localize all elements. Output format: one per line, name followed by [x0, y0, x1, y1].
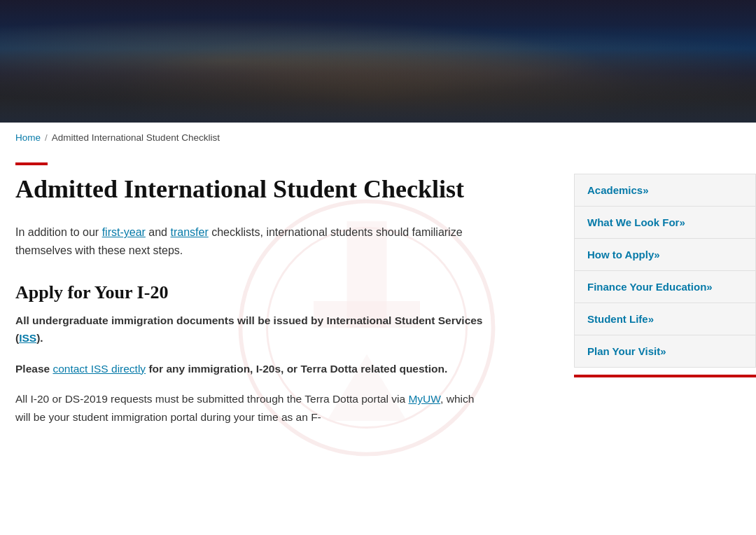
sidebar-item-student-life[interactable]: Student Life»	[575, 303, 755, 335]
page-wrapper: Admitted International Student Checklist…	[0, 153, 756, 466]
section1-paragraph1: All undergraduate immigration documents …	[15, 312, 491, 347]
sidebar-item-how-to-apply[interactable]: How to Apply»	[575, 239, 755, 271]
p2-suffix: for any immigration, I-20s, or Terra Dot…	[146, 363, 447, 375]
main-content: Admitted International Student Checklist…	[0, 153, 574, 466]
section1-paragraph3: All I-20 or DS-2019 requests must be sub…	[15, 390, 491, 426]
sidebar-item-finance-education[interactable]: Finance Your Education»	[575, 271, 755, 303]
section1-title: Apply for Your I-20	[15, 282, 559, 303]
intro-middle: and	[146, 226, 171, 238]
myuw-link[interactable]: MyUW	[408, 393, 440, 405]
breadcrumb-separator: /	[45, 132, 48, 143]
intro-paragraph: In addition to our first-year and transf…	[15, 223, 491, 259]
sidebar-item-what-we-look-for[interactable]: What We Look For»	[575, 207, 755, 239]
contact-iss-link[interactable]: contact ISS directly	[52, 363, 146, 375]
breadcrumb-current-page: Admitted International Student Checklist	[52, 132, 220, 143]
intro-prefix: In addition to our	[15, 226, 102, 238]
sidebar-item-academics[interactable]: Academics»	[575, 174, 755, 207]
page-title: Admitted International Student Checklist	[15, 175, 559, 204]
breadcrumb: Home / Admitted International Student Ch…	[0, 123, 756, 153]
red-accent-bar	[15, 162, 48, 165]
iss-link[interactable]: ISS	[19, 332, 36, 344]
transfer-link[interactable]: transfer	[170, 226, 208, 238]
section1-paragraph2: Please contact ISS directly for any immi…	[15, 360, 491, 378]
section1-p1-bold: All undergraduate immigration documents …	[15, 314, 483, 345]
sidebar-nav: Academics» What We Look For» How to Appl…	[574, 174, 756, 368]
hero-buildings	[0, 25, 756, 123]
sidebar-item-plan-visit[interactable]: Plan Your Visit»	[575, 335, 755, 367]
breadcrumb-home-link[interactable]: Home	[15, 132, 41, 143]
sidebar-red-bar	[574, 375, 756, 377]
first-year-link[interactable]: first-year	[102, 226, 146, 238]
sidebar: Academics» What We Look For» How to Appl…	[574, 153, 756, 466]
hero-banner	[0, 0, 756, 123]
p2-prefix: Please	[15, 363, 52, 375]
